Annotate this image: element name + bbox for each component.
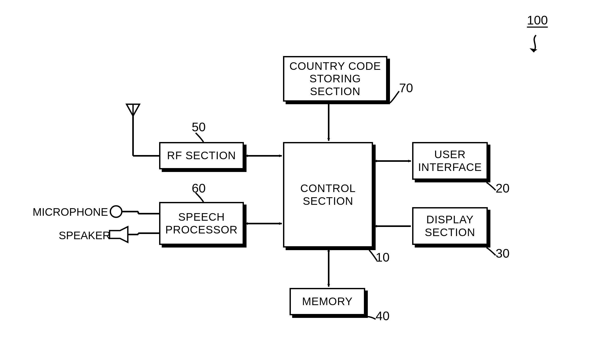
ref-100: 100 [527, 13, 548, 27]
block-rf-label: RF SECTION [167, 149, 236, 162]
ref-20-text: 20 [496, 181, 509, 195]
diagram-stage: 100 COUNTRY CODE STORING SECTION 70 CONT… [0, 0, 595, 364]
block-control-label: CONTROL SECTION [300, 182, 356, 207]
block-memory-label: MEMORY [302, 295, 353, 308]
block-control: CONTROL SECTION [283, 142, 373, 248]
block-country-code-label: COUNTRY CODE STORING SECTION [289, 60, 381, 98]
ref-20: 20 [496, 181, 509, 195]
ref-30-text: 30 [496, 246, 509, 260]
svg-point-10 [110, 206, 122, 217]
block-display: DISPLAY SECTION [412, 207, 488, 245]
label-speaker: SPEAKER [59, 229, 110, 242]
ref-40-text: 40 [376, 309, 389, 323]
ref-30: 30 [496, 246, 509, 261]
block-country-code: COUNTRY CODE STORING SECTION [283, 56, 387, 102]
ref-100-text: 100 [527, 13, 548, 27]
ref-70-text: 70 [399, 81, 413, 95]
block-user-interface-label: USER INTERFACE [418, 148, 482, 174]
ref-60-text: 60 [192, 181, 206, 195]
ref-50-text: 50 [192, 120, 206, 134]
ref-40: 40 [376, 309, 389, 323]
svg-marker-0 [530, 48, 537, 52]
block-speech: SPEECH PROCESSOR [159, 202, 244, 245]
ref-60: 60 [192, 181, 206, 195]
ref-50: 50 [192, 120, 206, 134]
ref-10: 10 [376, 250, 389, 264]
label-microphone-text: MICROPHONE [33, 206, 108, 218]
block-rf: RF SECTION [159, 142, 244, 169]
block-user-interface: USER INTERFACE [412, 142, 488, 180]
ref-70: 70 [399, 81, 413, 95]
label-speaker-text: SPEAKER [59, 229, 110, 242]
block-speech-label: SPEECH PROCESSOR [165, 211, 238, 236]
ref-10-text: 10 [376, 250, 389, 264]
block-display-label: DISPLAY SECTION [425, 213, 475, 239]
block-memory: MEMORY [290, 288, 365, 315]
label-microphone: MICROPHONE [33, 206, 108, 218]
